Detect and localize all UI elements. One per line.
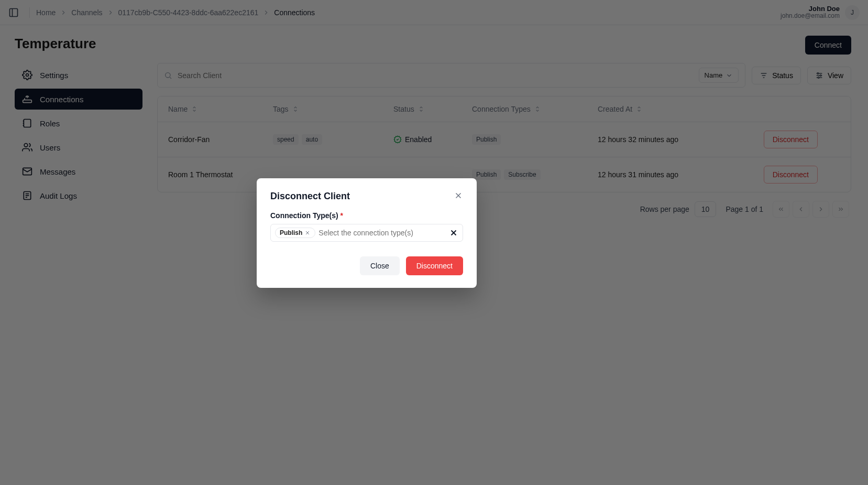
connection-type-multiselect[interactable]: Publish (270, 224, 463, 242)
modal-disconnect-button[interactable]: Disconnect (406, 256, 463, 275)
disconnect-modal: Disconnect Client Connection Type(s) * P… (257, 178, 477, 288)
close-icon[interactable] (454, 191, 463, 200)
modal-close-button[interactable]: Close (360, 256, 400, 275)
field-label: Connection Type(s) * (270, 211, 463, 220)
clear-icon[interactable] (449, 228, 458, 238)
selected-chip: Publish (275, 228, 315, 238)
chip-remove-icon[interactable] (304, 230, 311, 236)
multiselect-input[interactable] (318, 229, 446, 237)
modal-title: Disconnect Client (270, 191, 350, 202)
